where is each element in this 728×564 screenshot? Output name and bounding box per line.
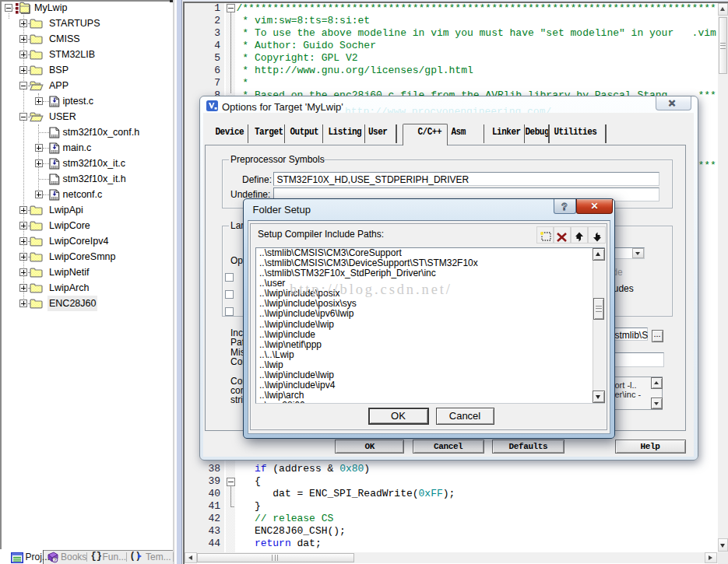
svg-text:?: ? [54, 557, 57, 562]
